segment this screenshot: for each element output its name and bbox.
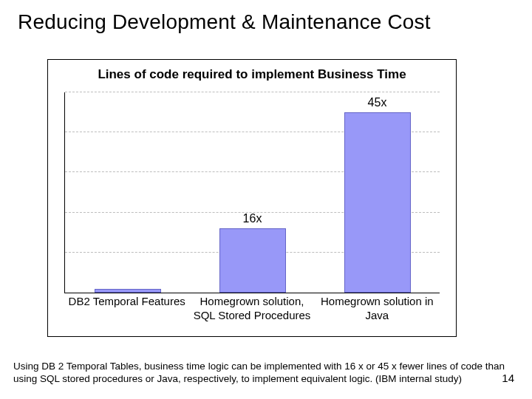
page-title: Reducing Development & Maintenance Cost — [18, 10, 514, 34]
bars-row: 16x 45x — [65, 92, 440, 293]
bar-slot — [65, 92, 190, 293]
chart-title: Lines of code required to implement Busi… — [48, 67, 456, 82]
plot-area: 16x 45x — [64, 92, 440, 293]
x-label: Homegrown solution in Java — [315, 295, 440, 330]
chart-container: Lines of code required to implement Busi… — [47, 59, 457, 337]
page-number: 14 — [502, 372, 514, 384]
bar-slot: 45x — [315, 92, 440, 293]
caption-text: Using DB 2 Temporal Tables, business tim… — [13, 360, 511, 386]
bar-slot: 16x — [190, 92, 315, 293]
x-label: DB2 Temporal Features — [64, 295, 189, 330]
x-axis-labels: DB2 Temporal Features Homegrown solution… — [64, 295, 440, 330]
slide: Reducing Development & Maintenance Cost … — [0, 0, 532, 399]
x-label: Homegrown solution, SQL Stored Procedure… — [189, 295, 314, 330]
bar-value-label: 16x — [190, 212, 315, 225]
bar — [344, 112, 411, 293]
bar — [95, 289, 161, 293]
bar — [219, 228, 286, 293]
bar-value-label: 45x — [315, 96, 440, 109]
